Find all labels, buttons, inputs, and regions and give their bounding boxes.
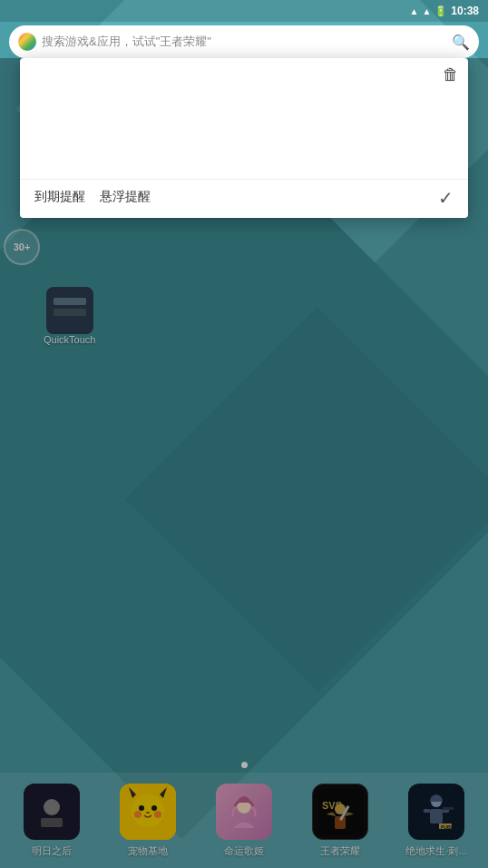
delete-icon[interactable]: 🗑 bbox=[443, 65, 459, 84]
search-bar[interactable]: 搜索游戏&应用，试试"王者荣耀" 🔍 bbox=[9, 25, 479, 58]
tab-float-reminder[interactable]: 悬浮提醒 bbox=[100, 189, 151, 207]
dialog-footer: 到期提醒 悬浮提醒 ✓ bbox=[20, 179, 468, 218]
confirm-check-icon[interactable]: ✓ bbox=[438, 187, 454, 209]
dialog-content-area bbox=[20, 88, 468, 179]
status-icons: ▲ ▲ 🔋 10:38 bbox=[409, 5, 479, 17]
tab-expire-reminder[interactable]: 到期提醒 bbox=[34, 189, 85, 207]
status-bar: ▲ ▲ 🔋 10:38 bbox=[0, 0, 488, 22]
notification-dialog: 🗑 到期提醒 悬浮提醒 ✓ bbox=[20, 58, 468, 218]
status-time: 10:38 bbox=[451, 5, 479, 17]
search-magnifier-icon[interactable]: 🔍 bbox=[452, 34, 470, 51]
wifi-icon: ▲ bbox=[409, 6, 418, 16]
battery-icon: 🔋 bbox=[434, 5, 447, 17]
search-placeholder: 搜索游戏&应用，试试"王者荣耀" bbox=[42, 34, 452, 50]
dialog-header: 🗑 bbox=[20, 58, 468, 88]
signal-icon: ▲ bbox=[422, 6, 431, 16]
search-logo-icon bbox=[18, 33, 36, 51]
